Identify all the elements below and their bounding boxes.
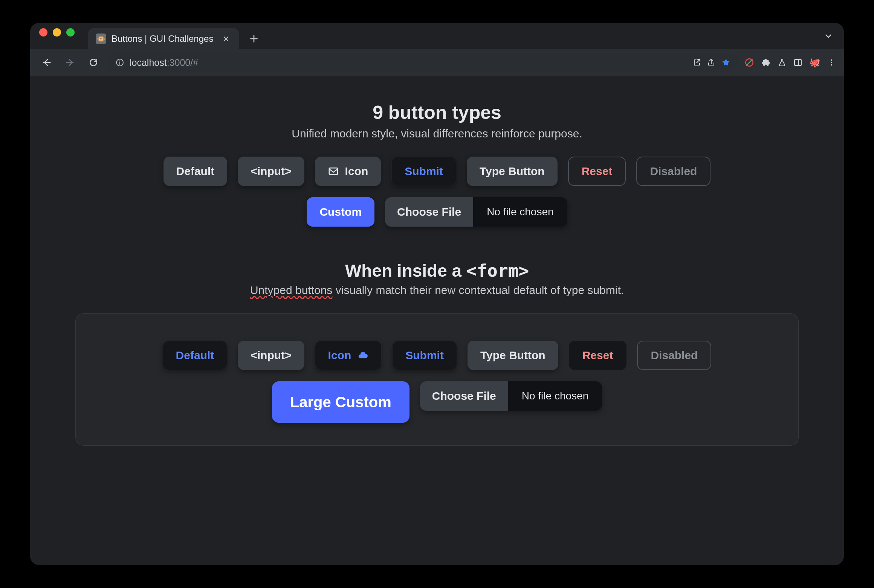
- button-label: Icon: [345, 165, 368, 178]
- reset-button[interactable]: Reset: [569, 341, 627, 370]
- disabled-button: Disabled: [637, 341, 711, 370]
- input-type-button[interactable]: <input>: [238, 341, 304, 370]
- button-label: Reset: [582, 349, 613, 362]
- button-label: Type Button: [480, 349, 545, 362]
- svg-rect-7: [329, 168, 338, 175]
- button-label: Disabled: [650, 165, 697, 178]
- section1-row2: Custom Choose File No file chosen: [75, 197, 799, 227]
- section2-row1: Default <input> Icon Submit Type Button …: [90, 341, 784, 370]
- nav-forward-button[interactable]: [62, 54, 78, 71]
- file-input[interactable]: Choose File No file chosen: [420, 381, 602, 411]
- nav-back-button[interactable]: [38, 54, 55, 71]
- arrow-right-icon: [65, 57, 75, 68]
- panel-icon[interactable]: [793, 58, 802, 67]
- button-label: <input>: [251, 165, 291, 178]
- icon-button[interactable]: Icon: [315, 157, 381, 186]
- menu-kebab-icon[interactable]: [827, 58, 836, 67]
- url-path: :3000/#: [167, 57, 198, 68]
- large-custom-button[interactable]: Large Custom: [272, 381, 409, 423]
- button-label: Disabled: [651, 349, 698, 362]
- toolbar-actions: 🐙: [744, 57, 836, 68]
- plus-icon: [249, 34, 259, 44]
- svg-rect-3: [795, 59, 801, 66]
- svg-point-6: [831, 64, 832, 66]
- site-info-icon[interactable]: [115, 58, 124, 67]
- nav-reload-button[interactable]: [85, 54, 102, 71]
- file-choose-button[interactable]: Choose File: [420, 381, 508, 411]
- svg-point-5: [831, 62, 832, 63]
- profile-avatar-icon[interactable]: 🐙: [809, 57, 821, 68]
- default-button[interactable]: Default: [163, 341, 228, 370]
- file-choose-button[interactable]: Choose File: [385, 197, 473, 227]
- new-tab-button[interactable]: [246, 30, 262, 47]
- file-input[interactable]: Choose File No file chosen: [385, 197, 567, 227]
- section2-subtitle: Untyped buttons visually match their new…: [75, 284, 799, 297]
- button-label: Custom: [319, 206, 362, 218]
- default-button[interactable]: Default: [163, 157, 228, 186]
- omnibox[interactable]: localhost:3000/#: [108, 53, 738, 72]
- labs-icon[interactable]: [778, 58, 787, 67]
- section2-row2: Large Custom Choose File No file chosen: [90, 381, 784, 423]
- window-minimize-button[interactable]: [53, 28, 61, 37]
- button-label: Submit: [405, 349, 444, 362]
- custom-button[interactable]: Custom: [307, 197, 374, 227]
- icon-button[interactable]: Icon: [315, 341, 382, 370]
- file-status-label: No file chosen: [473, 197, 567, 227]
- button-label: Choose File: [397, 206, 461, 218]
- button-label: Submit: [405, 165, 443, 178]
- button-label: Icon: [328, 349, 351, 362]
- heading-code: <form>: [466, 260, 529, 281]
- button-label: Default: [176, 349, 214, 362]
- page-content: 9 button types Unified modern style, vis…: [30, 76, 844, 476]
- tabs-dropdown-button[interactable]: [824, 23, 833, 49]
- extension-icon[interactable]: [744, 58, 754, 67]
- button-label: Large Custom: [290, 394, 391, 411]
- button-label: Choose File: [432, 390, 496, 402]
- open-in-new-icon[interactable]: [692, 58, 701, 67]
- arrow-left-icon: [41, 57, 52, 68]
- cloud-icon: [357, 350, 368, 361]
- browser-window: 🐵 Buttons | GUI Challenges: [30, 23, 844, 565]
- window-close-button[interactable]: [39, 28, 47, 37]
- info-icon: [115, 58, 124, 67]
- titlebar: 🐵 Buttons | GUI Challenges: [30, 23, 844, 49]
- disabled-button: Disabled: [636, 157, 711, 186]
- mail-icon: [328, 166, 339, 177]
- window-zoom-button[interactable]: [66, 28, 75, 37]
- form-container: Default <input> Icon Submit Type Button …: [75, 313, 799, 446]
- button-label: <input>: [251, 349, 291, 362]
- section1-heading: 9 button types: [75, 102, 799, 123]
- input-type-button[interactable]: <input>: [238, 157, 304, 186]
- bookmark-star-icon[interactable]: [721, 58, 731, 67]
- chevron-down-icon: [824, 31, 833, 41]
- url-host: localhost: [130, 57, 167, 68]
- heading-prefix: When inside a: [345, 261, 466, 280]
- submit-button[interactable]: Submit: [392, 341, 457, 370]
- reload-icon: [89, 58, 98, 67]
- section2-heading: When inside a <form>: [75, 260, 799, 281]
- share-icon[interactable]: [707, 58, 716, 67]
- toolbar: localhost:3000/# 🐙: [30, 49, 844, 76]
- tab-close-button[interactable]: [221, 34, 231, 44]
- browser-tab[interactable]: 🐵 Buttons | GUI Challenges: [88, 28, 239, 49]
- svg-point-4: [831, 59, 832, 61]
- button-label: Type Button: [480, 165, 545, 178]
- section1-row1: Default <input> Icon Submit Type Button …: [75, 157, 799, 186]
- reset-button[interactable]: Reset: [568, 157, 626, 186]
- extensions-puzzle-icon[interactable]: [761, 58, 771, 67]
- section1-subtitle: Unified modern style, visual differences…: [75, 127, 799, 140]
- viewport[interactable]: 9 button types Unified modern style, vis…: [30, 76, 844, 565]
- svg-point-1: [119, 61, 121, 62]
- button-label: Reset: [582, 165, 613, 178]
- close-icon: [223, 35, 229, 42]
- file-status-label: No file chosen: [508, 381, 602, 411]
- tabstrip: 🐵 Buttons | GUI Challenges: [88, 23, 835, 49]
- canvas: 🐵 Buttons | GUI Challenges: [0, 0, 874, 588]
- submit-button[interactable]: Submit: [391, 157, 456, 186]
- button-label: Default: [176, 165, 215, 178]
- omnibox-url: localhost:3000/#: [130, 57, 687, 68]
- subtitle-rest: visually match their new contextual defa…: [332, 284, 624, 296]
- type-button[interactable]: Type Button: [468, 341, 558, 370]
- window-controls: [39, 23, 75, 49]
- type-button[interactable]: Type Button: [467, 157, 558, 186]
